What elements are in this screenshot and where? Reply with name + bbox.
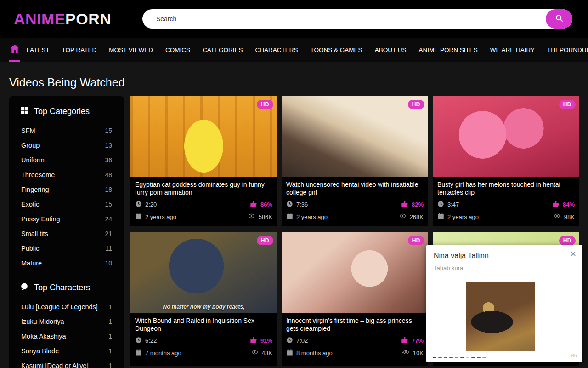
video-title[interactable]: Watch uncensored hentai video with insat… [286, 181, 424, 196]
ad-dash [471, 356, 475, 358]
hd-badge: HD [559, 100, 576, 109]
video-age: 8 months ago [296, 350, 333, 356]
video-meta-row: 7 months ago 43K [135, 349, 272, 357]
ad-dash [482, 356, 486, 358]
video-title[interactable]: Witch Bound and Railed in Inquisition Se… [135, 317, 272, 333]
category-count: 24 [105, 215, 112, 223]
category-label: Uniform [21, 156, 45, 164]
video-views: 98K [564, 213, 575, 220]
category-label: Group [21, 142, 40, 149]
search-input[interactable] [142, 15, 546, 23]
character-item-moka[interactable]: Moka Akashiya1 [16, 329, 118, 344]
nav-item-characters[interactable]: CHARACTERS [249, 38, 304, 62]
video-thumbnail[interactable]: HD [282, 96, 428, 177]
video-card-body: Watch uncensored hentai video with insat… [282, 177, 428, 226]
site-logo[interactable]: ANIMEPORN [14, 10, 111, 28]
category-count: 36 [105, 156, 112, 164]
character-item-lulu[interactable]: Lulu [League Of Legends]1 [16, 299, 118, 314]
category-item-threesome[interactable]: Threesome48 [16, 167, 118, 182]
calendar-icon [286, 213, 293, 221]
grid-icon [20, 106, 28, 117]
video-card: HD Egyptian cat goddess dominates guy in… [130, 96, 277, 226]
top-characters-heading: Top Characters [16, 282, 118, 293]
video-thumbnail[interactable]: HD [130, 96, 277, 177]
character-label: Lulu [League Of Legends] [21, 303, 98, 310]
close-icon[interactable]: × [568, 247, 578, 261]
sidebar: Top Categories SFM15 Group13 Uniform36 T… [9, 96, 124, 368]
nav-item-latest[interactable]: LATEST [20, 38, 56, 62]
nav-home[interactable] [9, 38, 20, 62]
thumbnail-subtitle-text: No matter how my body reacts, [130, 304, 277, 310]
category-item-group[interactable]: Group13 [16, 138, 118, 153]
page: ANIMEPORN LATEST TOP RATED MOST VIEWED C… [0, 0, 588, 368]
video-duration: 7:36 [296, 201, 308, 208]
search-button[interactable] [546, 9, 572, 29]
hd-badge: HD [408, 100, 424, 109]
main-nav: LATEST TOP RATED MOST VIEWED COMICS CATE… [0, 38, 588, 62]
comment-icon [20, 282, 28, 293]
clock-icon [135, 201, 142, 209]
thumbs-up-icon [552, 200, 560, 209]
nav-item-top-rated[interactable]: TOP RATED [56, 38, 103, 62]
category-item-small-tits[interactable]: Small tits21 [16, 226, 118, 241]
video-meta-row: 6:22 91% [135, 336, 272, 345]
character-item-kasumi[interactable]: Kasumi [Dead or Alive]1 [16, 358, 118, 368]
video-title[interactable]: Egyptian cat goddess dominates guy in fu… [135, 181, 272, 196]
ad-popup-stamp: i6h [570, 353, 577, 358]
thumbs-up-icon [250, 336, 257, 345]
video-meta-row: 7:36 82% [286, 200, 424, 209]
video-title[interactable]: Busty girl has her melons touched in hen… [437, 181, 575, 196]
video-meta-row: 2 years ago 586K [135, 213, 272, 221]
calendar-icon [437, 213, 444, 221]
character-item-sonya[interactable]: Sonya Blade1 [16, 344, 118, 358]
nav-item-we-are-hairy[interactable]: WE ARE HAIRY [484, 38, 541, 62]
video-rating: 77% [412, 337, 424, 344]
category-label: SFM [21, 127, 35, 134]
nav-item-anime-porn-sites[interactable]: ANIME PORN SITES [413, 38, 484, 62]
top-characters-title: Top Characters [34, 283, 90, 293]
nav-item-comics[interactable]: COMICS [159, 38, 197, 62]
hd-badge: HD [559, 236, 576, 245]
video-thumbnail[interactable]: HD [433, 96, 579, 177]
video-meta-row: 2 years ago 268K [286, 213, 424, 221]
video-rating: 84% [563, 201, 575, 208]
video-card: HD Innocent virgin’s first time – big as… [282, 232, 428, 366]
ad-popup-subtitle: Tahab kurat [434, 264, 465, 271]
video-rating: 82% [412, 201, 424, 208]
category-label: Exotic [21, 201, 40, 208]
calendar-icon [135, 349, 142, 357]
video-thumbnail[interactable]: HD [282, 232, 428, 313]
character-item-izuku[interactable]: Izuku Midoriya1 [16, 314, 118, 329]
category-item-sfm[interactable]: SFM15 [16, 123, 118, 138]
video-thumbnail[interactable]: HD No matter how my body reacts, [130, 232, 277, 313]
category-count: 21 [105, 230, 112, 237]
nav-item-most-viewed[interactable]: MOST VIEWED [103, 38, 159, 62]
nav-item-about-us[interactable]: ABOUT US [368, 38, 413, 62]
ad-dash [438, 356, 442, 358]
sidebar-section-gap [16, 270, 118, 282]
category-count: 15 [105, 201, 112, 208]
category-item-pussy-eating[interactable]: Pussy Eating24 [16, 212, 118, 226]
character-count: 1 [108, 303, 112, 310]
nav-item-categories[interactable]: CATEGORIES [197, 38, 249, 62]
video-age: 2 years ago [145, 213, 176, 220]
page-title: Videos Being Watched [9, 76, 579, 89]
video-title[interactable]: Innocent virgin’s first time – big ass p… [286, 317, 424, 333]
category-item-mature[interactable]: Mature10 [16, 256, 118, 270]
search-icon [554, 13, 564, 24]
ad-dash-strip [433, 356, 486, 358]
video-age: 2 years ago [296, 213, 328, 220]
category-item-public[interactable]: Public11 [16, 241, 118, 256]
category-item-exotic[interactable]: Exotic15 [16, 197, 118, 212]
thumbs-up-icon [401, 200, 408, 209]
thumbs-up-icon [401, 336, 408, 345]
video-meta-row: 7:02 77% [286, 336, 424, 345]
nav-item-theporndude[interactable]: THEPORNDUDE [541, 38, 588, 62]
ad-dash [455, 356, 458, 358]
ad-dash [433, 356, 436, 358]
category-item-uniform[interactable]: Uniform36 [16, 153, 118, 167]
character-count: 1 [108, 333, 112, 340]
ad-photo-placeholder[interactable] [466, 282, 535, 351]
nav-item-toons-games[interactable]: TOONS & GAMES [304, 38, 368, 62]
category-item-fingering[interactable]: Fingering18 [16, 182, 118, 197]
